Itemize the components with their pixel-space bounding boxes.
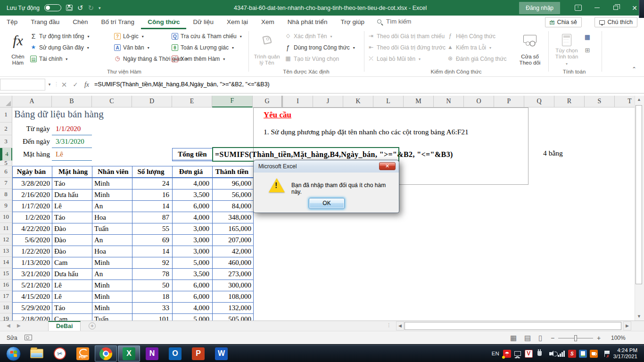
row-header-9[interactable]: 9 [0, 200, 12, 212]
row-header-13[interactable]: 13 [0, 246, 12, 257]
math-trig-button[interactable]: θToán & Lượng giác▾ [172, 42, 234, 53]
sign-in-button[interactable]: Đăng nhập [519, 2, 560, 14]
zoom-slider-thumb[interactable] [574, 335, 577, 341]
taskbar-word-button[interactable]: W [210, 346, 232, 362]
cell-from-label[interactable]: Từ ngày [12, 123, 50, 135]
table-cell[interactable]: Lê [52, 201, 92, 212]
taskbar-snipping-tool-button[interactable]: ✂ [49, 346, 71, 362]
scroll-left-icon[interactable]: ◀ [396, 321, 404, 330]
table-cell[interactable]: An [92, 201, 132, 212]
row-header-5[interactable]: 5 [0, 161, 12, 166]
table-cell[interactable]: 4,000 [173, 212, 213, 223]
more-functions-button[interactable]: ⋯Xem thêm Hàm▾ [172, 54, 225, 64]
table-cell[interactable]: 1/13/2020 [13, 257, 52, 269]
row-header-6[interactable]: 6 [0, 166, 12, 178]
financial-button[interactable]: ▤Tài chính▾ [30, 54, 67, 64]
table-cell[interactable]: Hoa [92, 246, 132, 257]
red-app-tray-icon[interactable]: S [568, 350, 576, 358]
column-header-q[interactable]: Q [524, 96, 554, 107]
table-cell[interactable]: 6,000 [173, 201, 213, 212]
zoom-level[interactable]: 100% [611, 335, 626, 341]
row-header-15[interactable]: 15 [0, 268, 12, 280]
requirement-item[interactable]: 1. Sử dụng phương pháp đặt tên nhanh cho… [264, 128, 469, 136]
requirements-title[interactable]: Yêu cầu [264, 110, 291, 120]
table-cell[interactable]: Minh [92, 303, 132, 314]
table-cell[interactable]: 3,000 [173, 235, 213, 246]
cell-item-label[interactable]: Mặt hàng [12, 148, 50, 161]
column-header-j[interactable]: J [313, 96, 343, 107]
row-header-12[interactable]: 12 [0, 234, 12, 246]
column-header-p[interactable]: P [494, 96, 524, 107]
row-header-14[interactable]: 14 [0, 257, 12, 268]
lookup-reference-button[interactable]: QTra cứu & Tham chiếu▾ [172, 31, 242, 41]
column-header-c[interactable]: C [92, 96, 132, 107]
column-header-m[interactable]: M [404, 96, 434, 107]
table-cell[interactable]: 55 [132, 223, 173, 235]
use-in-formula-button[interactable]: ƒDùng trong Công thức▾ [285, 42, 355, 53]
column-header-l[interactable]: L [373, 96, 404, 107]
row-header-19[interactable]: 19 [0, 313, 12, 321]
cell-formula-in-edit[interactable]: =SUMIFS(Thành_tiền,Mặt_hàng,B4,Ngày_bán,… [215, 148, 453, 161]
table-cell[interactable]: 50 [132, 280, 173, 291]
table-cell[interactable]: Hoa [92, 212, 132, 223]
column-header-a[interactable]: A [12, 96, 52, 107]
table-cell[interactable]: 4/15/2020 [13, 291, 52, 303]
table-cell[interactable]: Lê [52, 291, 92, 303]
row-header-3[interactable]: 3 [0, 135, 12, 148]
save-icon[interactable] [66, 5, 73, 11]
table-header-cell[interactable]: Số lượng [132, 166, 173, 177]
row-header-17[interactable]: 17 [0, 291, 12, 302]
calculate-now-icon[interactable]: ▦ [583, 33, 592, 41]
search-box[interactable]: Tìm kiếm [377, 18, 411, 25]
table-cell[interactable]: 2/16/2020 [13, 189, 52, 201]
table-cell[interactable]: 1/2/2020 [13, 212, 52, 223]
cell-to-label[interactable]: Đến ngày [12, 135, 50, 148]
table-cell[interactable]: 3/21/2020 [13, 269, 52, 280]
table-cell[interactable]: 3/28/2020 [13, 178, 52, 189]
table-cell[interactable]: Tuấn [92, 223, 132, 235]
name-box[interactable] [0, 79, 45, 90]
ribbon-tab-dữ-liệu[interactable]: Dữ liệu [186, 16, 220, 29]
taskbar-start-button[interactable] [2, 346, 25, 362]
power-plug-tray-icon[interactable] [536, 350, 544, 358]
table-cell[interactable]: 16 [132, 189, 173, 201]
customize-quick-access-icon[interactable]: ▾ [99, 6, 101, 10]
table-header-cell[interactable]: Mặt hàng [52, 166, 92, 177]
table-cell[interactable]: Táo [52, 178, 92, 189]
restore-button[interactable] [606, 0, 625, 16]
table-cell[interactable]: 3,000 [173, 246, 213, 257]
confirm-entry-icon[interactable]: ✓ [70, 79, 81, 90]
name-box-dropdown-icon[interactable]: ▾ [46, 79, 53, 90]
insert-function-icon[interactable]: fx [81, 79, 92, 90]
taskbar-onenote-button[interactable]: N [141, 346, 163, 362]
macro-record-icon[interactable] [25, 335, 32, 340]
table-header-cell[interactable]: Nhân viên [92, 166, 132, 177]
row-header-18[interactable]: 18 [0, 302, 12, 313]
v-app-tray-icon[interactable]: V [525, 350, 533, 358]
page-layout-view-icon[interactable]: ▤ [524, 334, 531, 342]
table-cell[interactable]: An [92, 269, 132, 280]
ribbon-tab-trang-đầu[interactable]: Trang đầu [24, 16, 66, 29]
scroll-up-icon[interactable]: ▲ [635, 96, 643, 104]
table-cell[interactable]: An [92, 235, 132, 246]
dialog-ok-button[interactable]: OK [309, 198, 345, 209]
table-cell[interactable]: 165,000 [213, 223, 253, 235]
sheet-tab-debai[interactable]: DeBai [48, 321, 81, 331]
show-desktop-button[interactable] [639, 0, 644, 18]
normal-view-icon[interactable]: ▦ [510, 334, 517, 342]
taskbar-powerpoint-button[interactable]: P [187, 346, 209, 362]
ribbon-tab-xem-lại[interactable]: Xem lại [220, 16, 255, 29]
undo-icon[interactable]: ↺ [77, 4, 83, 11]
new-sheet-button[interactable]: + [89, 322, 96, 329]
row-header-7[interactable]: 7 [0, 178, 12, 189]
table-cell[interactable]: 18 [132, 291, 173, 303]
row-header-4[interactable]: 4 [0, 148, 12, 161]
table-cell[interactable]: 4,000 [173, 303, 213, 314]
cancel-entry-icon[interactable]: ✕ [58, 79, 70, 90]
column-header-e[interactable]: E [172, 96, 212, 107]
table-cell[interactable]: 92 [132, 257, 173, 269]
table-cell[interactable]: Đào [52, 246, 92, 257]
text-functions-button[interactable]: AVăn bản▾ [114, 42, 149, 53]
table-cell[interactable]: 14 [132, 201, 173, 212]
table-cell[interactable]: Minh [92, 189, 132, 201]
